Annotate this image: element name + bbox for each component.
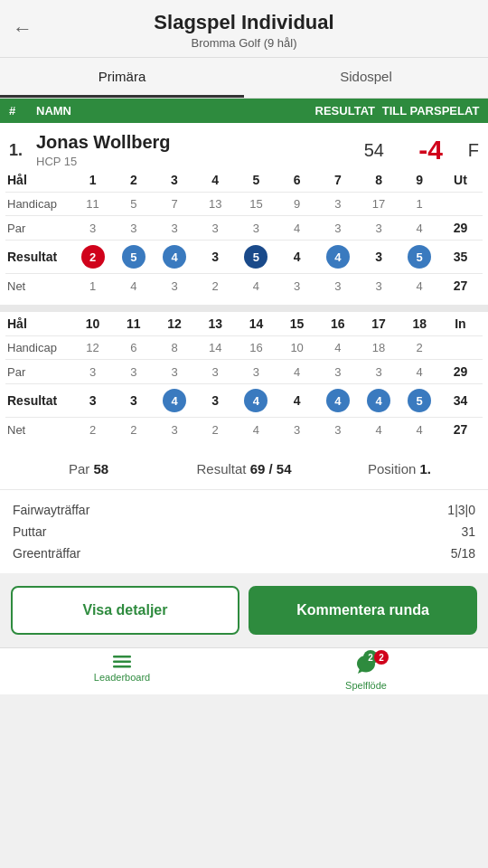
scorecard-row: Par33333433429 <box>5 215 483 240</box>
player-row: 1. Jonas Wollberg HCP 15 54 -4 F <box>0 123 488 168</box>
score-cell: 3 <box>317 365 358 379</box>
score-cell: 6 <box>113 341 154 354</box>
stat-label: Fairwayträffar <box>13 503 89 517</box>
score-cell: 4 <box>236 389 277 412</box>
score-cell: 3 <box>317 222 358 235</box>
score-cell: 4 <box>317 245 358 269</box>
player-tilpar: -4 <box>384 135 443 165</box>
visa-detaljer-button[interactable]: Visa detaljer <box>11 586 239 635</box>
col-spelat: SPELAT <box>434 104 479 118</box>
score-cell: 4 <box>399 365 440 379</box>
kommentera-runda-button[interactable]: Kommentera runda <box>249 586 477 635</box>
hole-header-row: Hål101112131415161718In <box>5 312 483 335</box>
score-cell: 3 <box>72 393 113 408</box>
score-cell: 4 <box>277 393 317 408</box>
col-result: RESULTAT <box>312 104 375 118</box>
score-cell: 4 <box>236 423 277 437</box>
score-cell: 3 <box>113 365 154 379</box>
stat-row: Puttar31 <box>13 521 475 542</box>
score-cell: 13 <box>195 197 236 211</box>
score-cell: 3 <box>236 365 277 379</box>
stat-row: Fairwayträffar1|3|0 <box>13 499 475 521</box>
score-cell: 12 <box>72 341 113 354</box>
hole-number: 10 <box>72 316 113 331</box>
stats-section: Fairwayträffar1|3|0Puttar31Greenträffar5… <box>0 489 488 573</box>
score-cell: 18 <box>358 341 399 354</box>
back-button[interactable]: ← <box>13 17 33 41</box>
summary-par: Par 58 <box>11 461 166 476</box>
score-cell: 3 <box>277 279 317 293</box>
badge-2: 2 <box>374 650 389 665</box>
leaderboard-label: Leaderboard <box>94 672 150 683</box>
hole-number: 9 <box>399 173 440 187</box>
hole-number: 18 <box>399 316 440 331</box>
hole-number: 2 <box>113 173 154 187</box>
resultat-value: 69 / 54 <box>250 461 292 476</box>
score-cell: 3 <box>195 365 236 379</box>
score-cell: 1 <box>72 279 113 293</box>
score-cell: 3 <box>154 365 194 379</box>
score-cell: 3 <box>154 423 194 437</box>
hole-header-row: Hål123456789Ut <box>5 168 483 192</box>
stat-row: Greenträffar5/18 <box>13 542 475 564</box>
page-subtitle: Bromma Golf (9 hål) <box>45 36 443 50</box>
row-label: Par <box>7 222 72 235</box>
player-details: Jonas Wollberg HCP 15 <box>36 132 334 168</box>
score-cell: 15 <box>236 197 277 211</box>
player-hcp: HCP 15 <box>36 155 334 168</box>
score-cell: 4 <box>399 222 440 235</box>
score-cell: 16 <box>236 341 277 354</box>
score-cell: 3 <box>72 222 113 235</box>
nav-spelflode[interactable]: 2 2 Spelflöde <box>244 654 488 691</box>
front9-scorecard: Hål123456789UtHandicap1157131593171Par33… <box>0 168 488 305</box>
hole-number: 12 <box>154 316 194 331</box>
svg-rect-2 <box>113 665 131 668</box>
score-cell: 4 <box>277 365 317 379</box>
summary-position: Position 1. <box>322 461 477 476</box>
score-cell: 2 <box>195 423 236 437</box>
scorecard-row: Resultat25435443535 <box>5 240 483 273</box>
stat-value: 31 <box>461 524 475 539</box>
table-header: # NAMN RESULTAT TILL PAR SPELAT <box>0 99 488 123</box>
score-cell: 5 <box>113 245 154 269</box>
row-label: Par <box>7 365 72 379</box>
hole-number: 11 <box>113 316 154 331</box>
score-cell: 1 <box>399 197 440 211</box>
score-cell: 17 <box>358 197 399 211</box>
score-cell: 5 <box>236 245 277 269</box>
position-value: 1. <box>420 461 432 476</box>
tab-bar: Primära Sidospel <box>0 58 488 99</box>
tab-sidospel[interactable]: Sidospel <box>244 58 488 98</box>
hole-number: 16 <box>317 316 358 331</box>
col-name: NAMN <box>36 104 312 118</box>
hole-number: 4 <box>195 173 236 187</box>
score-cell: 3 <box>236 222 277 235</box>
nav-leaderboard[interactable]: Leaderboard <box>0 654 244 691</box>
summary-row: Par 58 Resultat 69 / 54 Position 1. <box>0 448 488 489</box>
total-cell: 35 <box>440 250 481 264</box>
leaderboard-icon <box>112 654 132 670</box>
hole-number: 14 <box>236 316 277 331</box>
score-cell: 3 <box>195 222 236 235</box>
scorecard-row: Handicap12681416104182 <box>5 335 483 359</box>
col-num: # <box>9 104 36 118</box>
score-cell: 3 <box>72 365 113 379</box>
score-cell: 5 <box>113 197 154 211</box>
score-cell: 4 <box>154 389 194 412</box>
score-cell: 10 <box>277 341 317 354</box>
score-cell: 7 <box>154 197 194 211</box>
player-rank: 1. <box>9 141 36 160</box>
hal-label: Hål <box>7 316 72 331</box>
tab-primara[interactable]: Primära <box>0 58 244 98</box>
stat-label: Puttar <box>13 524 46 539</box>
score-cell: 4 <box>113 279 154 293</box>
header: ← Slagspel Individual Bromma Golf (9 hål… <box>0 0 488 58</box>
total-header: Ut <box>440 173 481 187</box>
page-title: Slagspel Individual <box>45 11 443 34</box>
par-value: 58 <box>93 461 108 476</box>
score-cell: 3 <box>277 423 317 437</box>
player-score: 54 <box>334 140 384 161</box>
stat-value: 5/18 <box>451 546 475 561</box>
position-label: Position <box>368 461 416 476</box>
back9-scorecard: Hål101112131415161718InHandicap126814161… <box>0 312 488 448</box>
